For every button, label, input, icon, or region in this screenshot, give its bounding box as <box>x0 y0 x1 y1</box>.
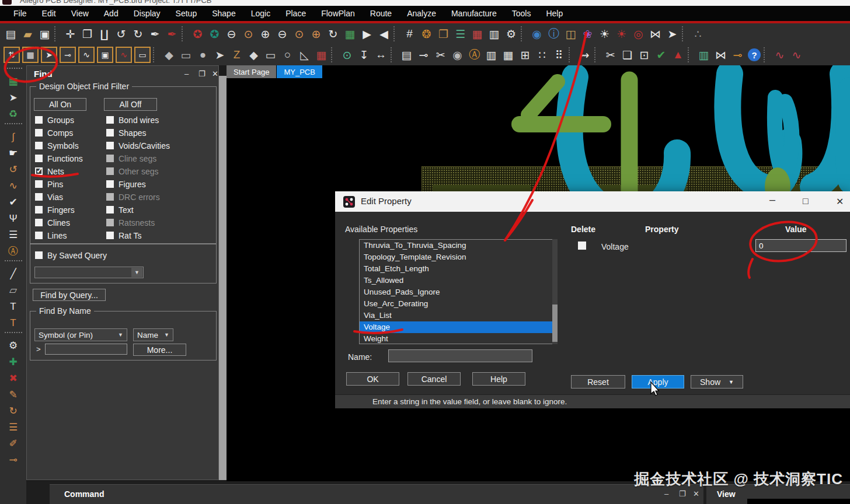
toolbar-icon[interactable]: ∿ <box>78 47 95 63</box>
toolbar-icon[interactable]: ◆ <box>161 46 177 64</box>
list-scrollbar-thumb[interactable] <box>552 304 558 342</box>
menu-item[interactable]: Place <box>278 9 313 18</box>
by-saved-query-row[interactable]: By Saved Query <box>35 251 107 259</box>
toolbar-icon[interactable]: ▣ <box>97 47 113 63</box>
toolbar-icon[interactable]: ◉ <box>449 46 466 64</box>
checkbox[interactable] <box>35 155 43 162</box>
reset-button[interactable]: Reset <box>571 375 625 388</box>
close-icon[interactable]: ✕ <box>836 196 844 207</box>
toolbar-icon[interactable]: # <box>401 25 418 43</box>
property-list-item[interactable]: Use_Arc_Derating <box>360 298 557 310</box>
toolbar-icon[interactable]: ❀ <box>579 25 596 43</box>
property-list-item[interactable]: Weight <box>360 333 557 344</box>
toolbar-icon[interactable]: ⊡ <box>636 46 653 64</box>
menu-item[interactable]: Add <box>96 9 126 18</box>
sidebar-icon[interactable]: ☛ <box>6 146 21 160</box>
sidebar-icon[interactable]: ♻ <box>6 107 21 121</box>
toolbar-icon[interactable]: ✒ <box>147 25 163 43</box>
toolbar-icon[interactable]: ⋈ <box>647 25 664 43</box>
toolbar-icon[interactable] <box>688 47 694 62</box>
toolbar-icon[interactable]: ◺ <box>296 46 313 64</box>
chevron-down-icon[interactable]: ▼ <box>164 332 169 338</box>
toolbar-icon[interactable]: ▦ <box>500 46 517 64</box>
toolbar-icon[interactable]: ⊸ <box>60 47 76 63</box>
minimize-icon[interactable]: – <box>184 69 189 78</box>
checkbox[interactable] <box>106 219 114 226</box>
toolbar-icon[interactable]: ❂ <box>418 25 435 43</box>
all-on-button[interactable]: All On <box>34 98 86 111</box>
toolbar-icon[interactable]: ⊕ <box>308 25 325 43</box>
property-value-input[interactable] <box>755 239 846 252</box>
sidebar-icon[interactable] <box>5 260 22 265</box>
close-icon[interactable]: ✕ <box>212 69 218 78</box>
menu-item[interactable]: Setup <box>168 9 205 18</box>
toolbar-icon[interactable]: ▦ <box>313 46 330 64</box>
checkbox[interactable] <box>35 116 43 124</box>
filter-checkbox-row[interactable]: Voids/Cavities <box>106 142 170 149</box>
filter-checkbox-row[interactable]: Cline segs <box>106 155 170 162</box>
toolbar-icon[interactable]: ⇅ <box>4 47 20 63</box>
chevron-down-icon[interactable]: ▼ <box>118 332 123 338</box>
menu-item[interactable]: FlowPlan <box>313 9 363 18</box>
sidebar-icon[interactable] <box>5 68 22 72</box>
checkbox[interactable] <box>35 167 43 175</box>
find-by-name-mode-dropdown[interactable]: Name ▼ <box>133 328 173 341</box>
toolbar-icon[interactable]: ▲ <box>670 46 687 64</box>
checkbox[interactable] <box>35 142 43 149</box>
toolbar-icon[interactable]: ∷ <box>534 46 551 64</box>
toolbar-icon[interactable]: Z <box>228 46 245 64</box>
toolbar-icon[interactable] <box>391 47 397 62</box>
sidebar-icon[interactable]: ☰ <box>6 228 21 242</box>
toolbar-icon[interactable]: ✔ <box>653 46 670 64</box>
menu-item[interactable]: Logic <box>243 9 278 18</box>
toolbar-icon[interactable]: ➤ <box>41 47 57 63</box>
sidebar-icon[interactable]: ↺ <box>6 162 21 177</box>
sidebar-icon[interactable] <box>5 332 22 337</box>
toolbar-icon[interactable] <box>182 26 188 41</box>
more-button[interactable]: More... <box>133 344 186 356</box>
minimize-icon[interactable]: – <box>769 194 775 206</box>
checkbox[interactable] <box>106 232 114 239</box>
toolbar-icon[interactable] <box>594 47 601 62</box>
toolbar-icon[interactable]: ∴ <box>689 25 706 43</box>
sidebar-icon[interactable]: ✐ <box>6 436 21 451</box>
toolbar-icon[interactable]: ⊞ <box>517 46 534 64</box>
dialog-title-bar[interactable]: Edit Property – □ ✕ <box>335 191 850 212</box>
panel-scrollbar[interactable] <box>219 76 227 480</box>
sidebar-icon[interactable]: ✚ <box>6 355 21 369</box>
toolbar-icon[interactable]: ● <box>194 46 211 64</box>
toolbar-icon[interactable]: ⊙ <box>291 25 308 43</box>
sidebar-icon[interactable]: ▱ <box>6 283 21 298</box>
toolbar-icon[interactable]: ○ <box>279 46 296 64</box>
sidebar-icon[interactable]: ╱ <box>6 267 21 281</box>
sidebar-icon[interactable]: ∿ <box>6 178 21 193</box>
toolbar-icon[interactable] <box>153 47 159 62</box>
filter-checkbox-row[interactable]: Figures <box>106 180 170 188</box>
checkbox[interactable] <box>35 193 43 201</box>
toolbar-icon[interactable]: ⓘ <box>545 25 562 43</box>
filter-checkbox-row[interactable]: DRC errors <box>106 193 170 201</box>
toolbar-icon[interactable]: ✪ <box>189 25 206 43</box>
toolbar-icon[interactable]: ⊕ <box>257 25 274 43</box>
property-list-item[interactable]: Via_List <box>360 310 557 321</box>
toolbar-icon[interactable]: ☰ <box>452 25 469 43</box>
toolbar-icon[interactable]: ▥ <box>483 46 500 64</box>
toolbar-icon[interactable]: ▰ <box>19 25 36 43</box>
ok-button[interactable]: OK <box>346 372 399 386</box>
toolbar-icon[interactable] <box>521 26 527 41</box>
toolbar-icon[interactable]: ◉ <box>528 25 545 43</box>
checkbox[interactable] <box>106 116 114 124</box>
filter-checkbox-row[interactable]: Clines <box>35 219 83 226</box>
property-list-item[interactable]: Voltage <box>360 321 557 333</box>
sidebar-icon[interactable]: T <box>6 299 21 314</box>
sidebar-icon[interactable]: ⚙ <box>6 338 21 353</box>
filter-checkbox-row[interactable]: Text <box>106 206 170 214</box>
toolbar-icon[interactable]: ↧ <box>356 46 372 64</box>
canvas-tab[interactable]: Start Page <box>227 65 276 78</box>
filter-checkbox-row[interactable]: Lines <box>35 232 83 239</box>
filter-checkbox-row[interactable]: Nets <box>35 167 83 175</box>
toolbar-icon[interactable]: ➤ <box>211 46 228 64</box>
toolbar-icon[interactable]: ⚙ <box>503 25 520 43</box>
find-name-input[interactable] <box>45 344 127 355</box>
toolbar-icon[interactable]: ▭ <box>134 47 151 63</box>
